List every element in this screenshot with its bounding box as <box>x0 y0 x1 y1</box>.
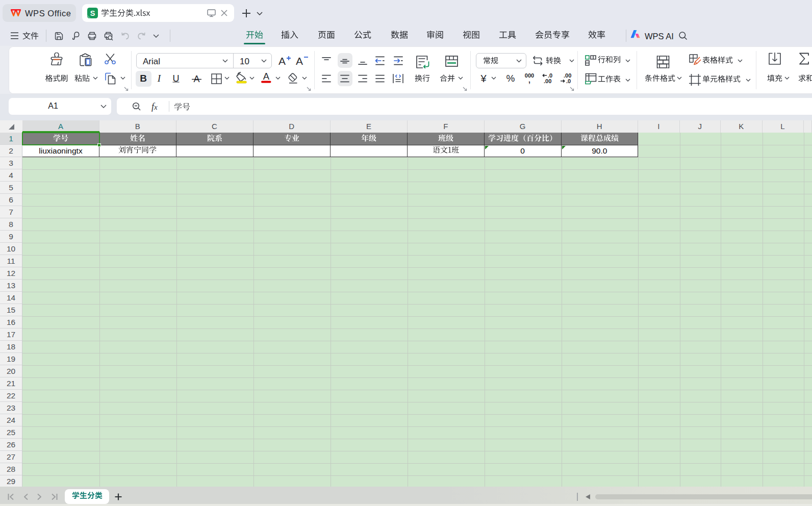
svg-text:.0: .0 <box>566 78 571 84</box>
svg-text:S: S <box>90 9 95 17</box>
svg-text:.00: .00 <box>544 78 551 84</box>
svg-text:A: A <box>263 71 270 82</box>
svg-text:A: A <box>296 55 303 67</box>
svg-text:,: , <box>528 76 530 84</box>
svg-text:A: A <box>278 55 286 67</box>
